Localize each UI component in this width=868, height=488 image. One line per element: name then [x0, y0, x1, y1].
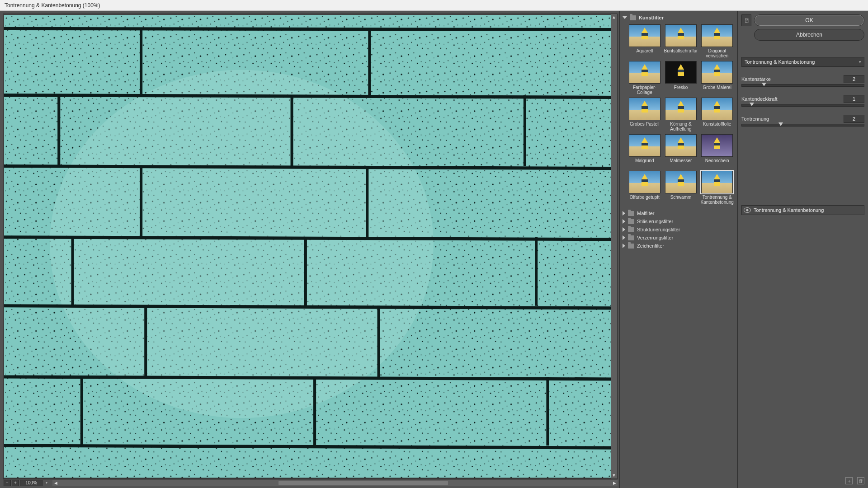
filter-thumb-label: Aquarell [636, 48, 653, 58]
chevron-down-icon[interactable]: ▾ [43, 480, 50, 486]
filter-thumb-label: Diagonal verwischen [700, 48, 734, 58]
disclosure-open-icon [623, 16, 627, 19]
slider-thumb-icon[interactable] [750, 103, 754, 106]
filter-thumb-grobes-pastell[interactable]: Grobes Pastell [628, 98, 661, 131]
svg-line-19 [4, 446, 616, 448]
scroll-left-icon[interactable]: ◀ [52, 481, 59, 485]
scroll-down-icon[interactable]: ▼ [611, 472, 617, 479]
category-verzerrungsfilter[interactable]: Verzerrungsfilter [622, 234, 736, 242]
posterization-input[interactable] [844, 115, 864, 123]
param-edge-intensity: Kantendeckkraft [741, 95, 864, 113]
category-kunstfilter[interactable]: Kunstfilter [622, 14, 736, 22]
chevron-down-icon: ▾ [859, 60, 861, 64]
window-titlebar: Tontrennung & Kantenbetonung (100%) [0, 0, 868, 11]
scroll-up-icon[interactable]: ▲ [611, 14, 617, 20]
filter-thumb-label: Ölfarbe getupft [630, 195, 660, 205]
category-zeichenfilter[interactable]: Zeichenfilter [622, 242, 736, 250]
filter-thumb-image [665, 171, 697, 193]
vscroll-track[interactable] [611, 20, 617, 472]
svg-point-12 [50, 70, 434, 418]
effect-layer-row[interactable]: Tontrennung & Kantenbetonung [741, 205, 864, 215]
preview-vertical-scrollbar[interactable]: ▲ ▼ [611, 14, 617, 479]
zoom-level[interactable]: 100% [20, 480, 42, 486]
cancel-button[interactable]: Abbrechen [754, 29, 864, 41]
slider-thumb-icon[interactable] [762, 83, 766, 86]
filter-thumb-image [629, 98, 660, 120]
filter-thumb-tontrennung-kantenbetonung[interactable]: Tontrennung & Kantenbetonung [700, 171, 734, 205]
preview-horizontal-scrollbar[interactable]: ◀ ▶ [52, 480, 618, 486]
svg-line-17 [4, 306, 616, 308]
svg-line-15 [4, 166, 616, 169]
filter-thumb-label: Schwamm [670, 195, 692, 205]
folder-icon [628, 244, 634, 249]
edge-thickness-input[interactable] [844, 75, 864, 83]
kunstfilter-grid: Aquarell Buntstiftschraffur Diagonal ver… [622, 22, 736, 209]
filter-thumb-image [701, 134, 733, 157]
filter-thumb-neonschein[interactable]: Neonschein [700, 134, 734, 168]
new-effect-layer-button[interactable]: ＋ [845, 477, 853, 484]
trash-icon: 🗑 [859, 478, 863, 483]
cancel-button-label: Abbrechen [796, 32, 822, 38]
zoom-out-button[interactable]: − [4, 480, 11, 486]
disclosure-closed-icon [623, 227, 625, 232]
filter-thumb-image [701, 24, 733, 47]
filter-thumb-label: Fresko [674, 85, 688, 95]
filter-thumb-label: Körnung & Aufhellung [664, 122, 698, 131]
slider-thumb-icon[interactable] [778, 122, 783, 126]
filter-select-value: Tontrennung & Kantenbetonung [745, 59, 815, 65]
filter-thumb-malmesser[interactable]: Malmesser [664, 134, 698, 168]
disclosure-closed-icon [623, 211, 625, 216]
toggle-thumbnails-button[interactable]: ⍰ [741, 14, 751, 26]
filter-thumb-label: Grobe Malerei [703, 85, 731, 95]
eye-icon[interactable] [744, 207, 751, 213]
filter-thumb-label: Grobes Pastell [630, 122, 660, 131]
filter-thumb-image [665, 61, 697, 84]
ok-button[interactable]: OK [754, 14, 864, 26]
filter-thumb-diagonal-verwischen[interactable]: Diagonal verwischen [700, 24, 734, 58]
hscroll-thumb[interactable] [278, 481, 448, 485]
posterization-slider[interactable] [741, 124, 864, 127]
filter-thumb-buntstiftschraffur[interactable]: Buntstiftschraffur [664, 24, 698, 58]
filter-thumb-label: Farbpapier-Collage [628, 85, 661, 95]
filter-thumb-kunststofffolie[interactable]: Kunststofffolie [700, 98, 734, 131]
filter-thumb-image [629, 134, 660, 157]
disclosure-closed-icon [623, 219, 625, 224]
edge-thickness-slider[interactable] [741, 84, 864, 87]
filter-thumb-aquarell[interactable]: Aquarell [628, 24, 661, 58]
filter-thumb-farbpapier-collage[interactable]: Farbpapier-Collage [628, 61, 661, 95]
param-label: Kantenstärke [741, 76, 771, 82]
edge-intensity-input[interactable] [844, 95, 864, 103]
preview-image-container: ▲ ▼ [3, 14, 618, 479]
edge-intensity-slider[interactable] [741, 104, 864, 107]
filter-thumb-image [665, 134, 697, 157]
new-effect-layer-icon: ＋ [847, 478, 852, 484]
zoom-in-button[interactable]: + [12, 480, 19, 486]
svg-line-13 [4, 28, 616, 29]
delete-effect-layer-button[interactable]: 🗑 [857, 477, 864, 484]
filter-thumb-image [629, 171, 660, 193]
ok-button-label: OK [805, 17, 813, 23]
category-stilisierungsfilter[interactable]: Stilisierungsfilter [622, 217, 736, 225]
filter-thumb-koernung-aufhellung[interactable]: Körnung & Aufhellung [664, 98, 698, 131]
filter-thumb-image [629, 24, 660, 47]
filter-thumb-oelfarbe-getupft[interactable]: Ölfarbe getupft [628, 171, 661, 205]
filter-thumb-grobe-malerei[interactable]: Grobe Malerei [700, 61, 734, 95]
filter-thumb-fresko[interactable]: Fresko [664, 61, 698, 95]
preview-image[interactable] [4, 15, 616, 478]
filter-thumb-schwamm[interactable]: Schwamm [664, 171, 698, 205]
filter-select-dropdown[interactable]: Tontrennung & Kantenbetonung ▾ [741, 57, 864, 67]
filter-thumb-label: Malgrund [635, 158, 654, 168]
filter-thumb-label: Malmesser [670, 158, 692, 168]
preview-footer: − + 100% ▾ ◀ ▶ [3, 479, 618, 486]
category-malfilter[interactable]: Malfilter [622, 209, 736, 217]
filter-thumb-malgrund[interactable]: Malgrund [628, 134, 661, 168]
category-strukturierungsfilter[interactable]: Strukturierungsfilter [622, 225, 736, 234]
filter-thumb-image [665, 98, 697, 120]
param-posterization: Tontrennung [741, 115, 864, 133]
filter-thumb-label: Kunststofffolie [703, 122, 731, 131]
category-label: Strukturierungsfilter [637, 227, 680, 232]
filter-thumb-label: Neonschein [705, 158, 729, 168]
param-edge-thickness: Kantenstärke [741, 75, 864, 93]
filter-thumb-image [665, 24, 697, 47]
scroll-right-icon[interactable]: ▶ [611, 481, 618, 485]
